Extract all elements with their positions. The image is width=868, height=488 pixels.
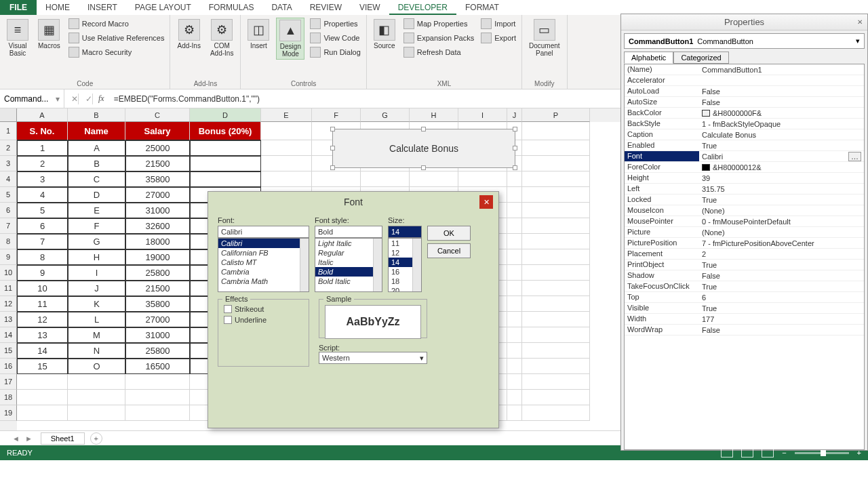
list-item[interactable]: Bold [315,267,382,277]
table-cell[interactable]: F [68,218,125,234]
column-header[interactable]: H [410,108,458,122]
table-cell[interactable]: 15 [17,359,68,374]
script-select[interactable]: Western▾ [319,352,427,364]
close-icon[interactable]: ✕ [855,18,865,27]
tab-home[interactable]: HOME [37,0,79,15]
table-cell[interactable]: 13 [17,327,68,343]
row-header[interactable]: 7 [0,218,17,234]
column-header[interactable]: G [361,108,410,122]
table-cell[interactable]: 31000 [125,203,190,218]
property-row[interactable]: Width177 [625,314,864,325]
list-item[interactable]: Cambria [218,267,309,277]
table-cell[interactable]: 19000 [125,249,190,265]
table-cell[interactable]: L [68,312,125,327]
macro-security-button[interactable]: Macro Security [67,46,166,58]
property-row[interactable]: Height39 [625,173,864,184]
table-cell[interactable]: C [68,171,125,187]
strikeout-checkbox[interactable]: Strikeout [224,305,303,313]
page-break-view-button[interactable] [762,448,774,458]
column-header[interactable]: F [312,108,361,122]
property-row[interactable]: AutoSizeFalse [625,97,864,108]
property-row[interactable]: (Name)CommandButton1 [625,64,864,75]
list-item[interactable]: Calisto MT [218,258,309,267]
insert-control-button[interactable]: ◫Insert [245,18,272,60]
row-header[interactable]: 2 [0,140,17,156]
property-row[interactable]: Placement2 [625,249,864,260]
tab-alphabetic[interactable]: Alphabetic [624,52,673,64]
row-header[interactable]: 13 [0,312,17,327]
property-row[interactable]: MouseIcon(None) [625,205,864,216]
list-item[interactable]: Light Italic [315,239,382,248]
property-row[interactable]: AutoLoadFalse [625,86,864,97]
object-selector[interactable]: CommandButton1CommandButton▾ [624,33,865,49]
font-list[interactable]: CalibriCalifornian FBCalisto MTCambriaCa… [218,238,309,292]
table-cell[interactable]: B [68,156,125,171]
tab-format[interactable]: FORMAT [456,0,508,15]
document-panel-button[interactable]: ▭Document Panel [526,18,563,58]
select-all[interactable] [0,108,17,122]
run-dialog-button[interactable]: Run Dialog [309,46,361,58]
row-header[interactable]: 14 [0,327,17,343]
table-cell[interactable] [190,156,261,171]
property-row[interactable]: TakeFocusOnClickTrue [625,281,864,292]
tab-data[interactable]: DATA [262,0,300,15]
properties-button[interactable]: Properties [309,18,361,30]
underline-checkbox[interactable]: Underline [224,316,303,324]
enter-icon[interactable]: ✓ [79,94,93,104]
table-cell[interactable]: 5 [17,203,68,218]
normal-view-button[interactable] [721,448,733,458]
table-cell[interactable]: 27000 [125,312,190,327]
table-cell[interactable]: 25800 [125,265,190,281]
row-header[interactable]: 9 [0,249,17,265]
record-macro-button[interactable]: Record Macro [67,18,166,30]
column-header[interactable]: J [507,108,522,122]
tab-review[interactable]: REVIEW [301,0,351,15]
cancel-button[interactable]: Cancel [427,243,471,258]
property-row[interactable]: CaptionCalculate Bonus [625,129,864,140]
row-header[interactable]: 3 [0,156,17,171]
table-cell[interactable]: H [68,249,125,265]
property-row[interactable]: WordWrapFalse [625,325,864,336]
design-mode-button[interactable]: ▲Design Mode [276,18,304,60]
addins-button[interactable]: ⚙Add-Ins [174,18,203,58]
ok-button[interactable]: OK [427,226,471,241]
prev-sheet-icon[interactable]: ◄ [12,434,20,443]
table-cell[interactable]: 16500 [125,359,190,374]
font-input[interactable]: Calibri [218,226,309,238]
table-cell[interactable]: 35800 [125,171,190,187]
property-row[interactable]: MousePointer0 - fmMousePointerDefault [625,216,864,227]
visual-basic-button[interactable]: ≡Visual Basic [4,18,31,58]
row-header[interactable]: 16 [0,359,17,374]
table-cell[interactable]: 3 [17,171,68,187]
table-cell[interactable] [190,171,261,187]
table-cell[interactable]: 27000 [125,187,190,203]
list-item[interactable]: Californian FB [218,248,309,258]
column-header[interactable]: I [458,108,507,122]
property-row[interactable]: Left315.75 [625,184,864,195]
row-header[interactable]: 6 [0,203,17,218]
table-cell[interactable]: 25800 [125,343,190,359]
refresh-data-button[interactable]: Refresh Data [402,46,475,58]
property-row[interactable]: Picture(None) [625,227,864,238]
size-input[interactable]: 14 [388,226,422,238]
com-addins-button[interactable]: ⚙COM Add-Ins [208,18,236,58]
next-sheet-icon[interactable]: ► [25,434,33,443]
sheet-tab[interactable]: Sheet1 [41,432,85,445]
property-row[interactable]: ShadowFalse [625,270,864,281]
table-cell[interactable]: 32600 [125,218,190,234]
name-box[interactable]: Command...▾ [0,89,64,108]
property-row[interactable]: LockedTrue [625,195,864,205]
table-cell[interactable]: 31000 [125,327,190,343]
table-cell[interactable]: 1 [17,140,68,156]
size-list[interactable]: 11121416182022 [388,238,422,292]
expansion-packs-button[interactable]: Expansion Packs [402,32,475,44]
cancel-icon[interactable]: ✕ [64,94,79,104]
table-cell[interactable]: E [68,203,125,218]
row-header[interactable]: 11 [0,281,17,296]
tab-developer[interactable]: DEVELOPER [389,0,456,15]
close-icon[interactable]: ✕ [479,195,493,209]
table-cell[interactable]: 35800 [125,296,190,312]
property-row[interactable]: FontCalibri… [625,151,864,162]
add-sheet-button[interactable]: + [90,432,102,445]
list-item[interactable]: Cambria Math [218,277,309,286]
